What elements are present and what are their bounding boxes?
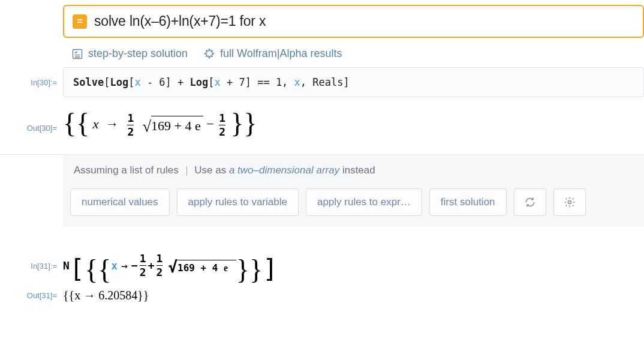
full-results-button[interactable]: full Wolfram|Alpha results [203,47,342,60]
full-results-label: full Wolfram|Alpha results [220,47,342,60]
out-label-31: Out[31]= [0,278,63,300]
input-code-31[interactable]: N [ {{ x → − 1 2 + 1 2 √ 169 + 4 e }} ] [63,227,644,278]
step-by-step-button[interactable]: step-by-step solution [71,47,188,60]
gear-icon [564,196,576,208]
in-label-30: In[30]:= [0,67,63,87]
output-30: {{ x → 1 2 √ 169 + 4 e − 1 2 }} [63,97,644,151]
svg-point-1 [568,201,571,204]
chip-first-solution[interactable]: first solution [429,188,507,216]
wolfram-alpha-icon: = [73,14,87,29]
out-label-30: Out[30]= [0,97,63,133]
equals-icon: = [77,16,82,27]
refresh-icon [524,196,536,208]
chip-settings-button[interactable] [553,188,586,216]
alpha-query-text: solve ln(x–6)+ln(x+7)=1 for x [94,13,266,29]
chip-refresh-button[interactable] [514,188,546,216]
in-label-31: In[31]:= [0,227,63,271]
suggestion-chips: numerical values apply rules to variable… [63,185,644,227]
chip-numerical-values[interactable]: numerical values [70,188,170,216]
starburst-icon [203,48,215,60]
assumption-alt-link[interactable]: a two–dimensional array [229,164,339,176]
chip-apply-rules-variable[interactable]: apply rules to variable [177,188,299,216]
assumption-prefix: Assuming a list of rules [74,164,179,176]
output-31: {{x → 6.20584}} [63,278,644,302]
step-by-step-label: step-by-step solution [88,47,188,60]
wolfram-alpha-query-box[interactable]: = solve ln(x–6)+ln(x+7)=1 for x [63,5,644,38]
input-code-30[interactable]: Solve[Log[x - 6] + Log[x + 7] == 1, x, R… [63,67,644,97]
assumption-bar: Assuming a list of rules Use as a two–di… [63,155,644,185]
checklist-icon [71,48,83,60]
chip-apply-rules-expr[interactable]: apply rules to expr… [306,188,422,216]
